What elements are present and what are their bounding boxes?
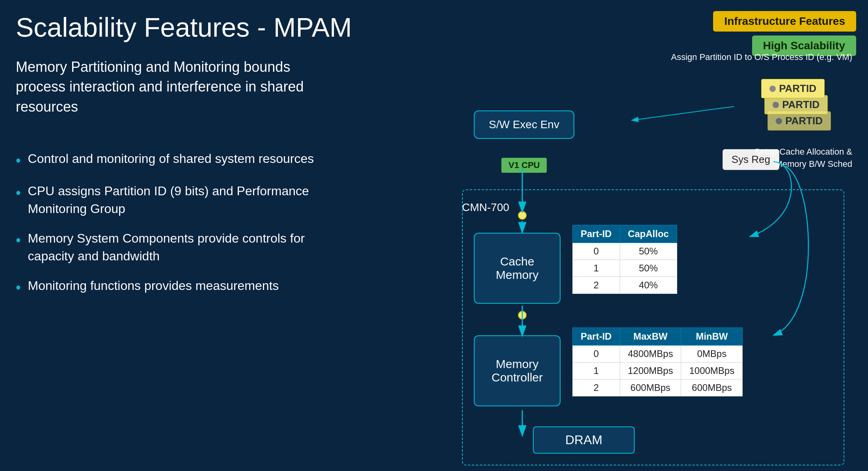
dram-box: DRAM: [533, 426, 635, 454]
cache-memory-box: CacheMemory: [474, 233, 561, 304]
bullet-text: Memory System Components provide control…: [28, 230, 339, 265]
bullet-item: •Monitoring functions provides measureme…: [16, 277, 339, 297]
bullet-list: •Control and monitoring of shared system…: [16, 150, 339, 309]
bullet-text: CPU assigns Partition ID (9 bits) and Pe…: [28, 182, 339, 218]
sw-exec-env-box: S/W Exec Env: [474, 110, 574, 139]
infrastructure-features-badge: Infrastructure Features: [713, 11, 856, 32]
mem-table-header-maxbw: MaxBW: [620, 328, 681, 346]
setup-cache-label: Setup Cache Allocation &Memory B/W Sched: [754, 146, 852, 170]
mem-table-row-2: 2 600MBps 600MBps: [573, 379, 743, 396]
cache-table-row-1: 1 50%: [573, 260, 677, 277]
mem-table-row-0: 0 4800MBps 0MBps: [573, 346, 743, 363]
cache-table-row-2: 2 40%: [573, 277, 677, 294]
memory-bandwidth-table: Part-ID MaxBW MinBW 0 4800MBps 0MBps 1 1…: [572, 327, 743, 396]
bullet-text: Control and monitoring of shared system …: [28, 150, 314, 168]
bullet-item: •Memory System Components provide contro…: [16, 230, 339, 265]
cache-allocation-table: Part-ID CapAlloc 0 50% 1 50% 2 40%: [572, 225, 677, 294]
bullet-dot: •: [16, 230, 21, 250]
assign-partition-label: Assign Partition ID to O/S Process ID (e…: [671, 51, 852, 64]
diagram-area: Assign Partition ID to O/S Process ID (e…: [450, 47, 856, 462]
circle-connector-top: [518, 211, 527, 220]
mem-table-row-1: 1 1200MBps 1000MBps: [573, 363, 743, 379]
bullet-dot: •: [16, 183, 21, 203]
subtitle-text: Memory Partitioning and Monitoring bound…: [16, 57, 323, 117]
partid-card-1: PARTID: [761, 79, 825, 98]
cache-table-row-0: 0 50%: [573, 243, 677, 260]
svg-line-7: [631, 107, 734, 120]
cache-table-header-capalloc: CapAlloc: [620, 225, 677, 243]
partid-stack: PARTID PARTID PARTID: [761, 79, 825, 130]
bullet-dot: •: [16, 278, 21, 297]
circle-connector-mid: [518, 311, 527, 320]
cmn-700-label: CMN-700: [462, 201, 509, 214]
mem-table-header-minbw: MinBW: [681, 328, 743, 346]
cache-table-header-partid: Part-ID: [573, 225, 620, 243]
v1-cpu-box: V1 CPU: [501, 158, 547, 173]
memory-controller-box: MemoryController: [474, 335, 561, 406]
bullet-text: Monitoring functions provides measuremen…: [28, 277, 279, 295]
mem-table-header-partid: Part-ID: [573, 328, 620, 346]
bullet-item: •CPU assigns Partition ID (9 bits) and P…: [16, 182, 339, 218]
bullet-dot: •: [16, 151, 21, 170]
page-title: Scalability Features - MPAM: [16, 12, 352, 43]
bullet-item: •Control and monitoring of shared system…: [16, 150, 339, 170]
